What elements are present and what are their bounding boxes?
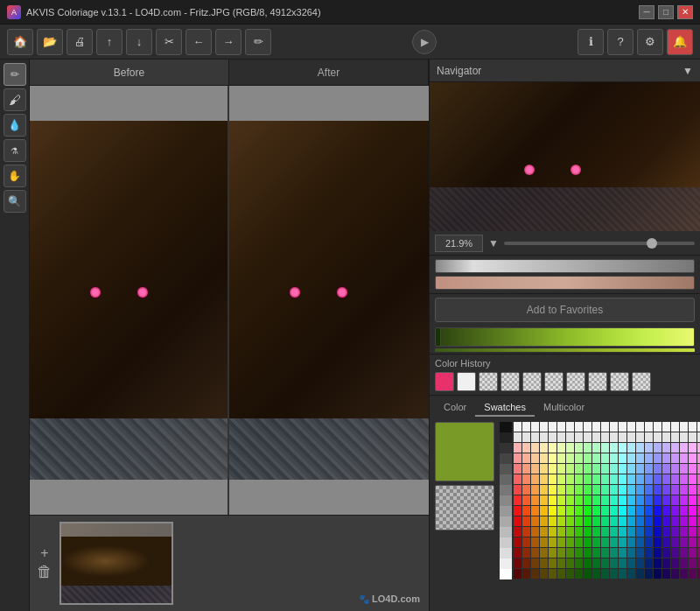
- color-swatch[interactable]: [680, 516, 688, 526]
- color-swatch[interactable]: [610, 569, 618, 579]
- color-swatch[interactable]: [610, 516, 618, 526]
- color-swatch[interactable]: [680, 548, 688, 558]
- color-swatch[interactable]: [601, 443, 609, 453]
- color-swatch[interactable]: [619, 495, 626, 505]
- color-swatch[interactable]: [540, 537, 548, 547]
- color-swatch[interactable]: [514, 506, 522, 516]
- swatch-large-green[interactable]: [435, 422, 494, 481]
- color-swatch[interactable]: [522, 569, 530, 579]
- color-swatch[interactable]: [680, 464, 688, 474]
- color-swatch[interactable]: [540, 548, 548, 558]
- color-swatch[interactable]: [627, 569, 635, 579]
- color-swatch[interactable]: [654, 527, 662, 537]
- color-swatch[interactable]: [601, 464, 609, 474]
- color-swatch[interactable]: [627, 422, 635, 432]
- color-swatch[interactable]: [627, 485, 635, 495]
- color-swatch[interactable]: [549, 506, 556, 516]
- color-swatch[interactable]: [549, 548, 556, 558]
- color-swatch[interactable]: [654, 453, 662, 463]
- color-swatch[interactable]: [575, 495, 583, 505]
- color-swatch[interactable]: [592, 464, 600, 474]
- color-swatch[interactable]: [584, 464, 592, 474]
- color-swatch[interactable]: [689, 558, 696, 568]
- color-swatch[interactable]: [645, 422, 653, 432]
- gray-swatch[interactable]: [500, 474, 512, 485]
- color-swatch[interactable]: [610, 527, 618, 537]
- color-swatch[interactable]: [619, 453, 626, 463]
- color-swatch[interactable]: [566, 548, 574, 558]
- color-swatch[interactable]: [636, 527, 644, 537]
- gray-swatch[interactable]: [500, 516, 512, 527]
- color-swatch[interactable]: [601, 537, 609, 547]
- color-swatch[interactable]: [531, 506, 539, 516]
- color-swatch[interactable]: [584, 569, 592, 579]
- green-gradient-bar[interactable]: [435, 327, 695, 347]
- color-swatch[interactable]: [514, 453, 522, 463]
- color-swatch[interactable]: [601, 485, 609, 495]
- color-swatch[interactable]: [549, 474, 556, 484]
- color-swatch[interactable]: [636, 516, 644, 526]
- color-swatch[interactable]: [671, 474, 679, 484]
- color-swatch[interactable]: [557, 432, 565, 442]
- help-button[interactable]: ?: [607, 29, 634, 55]
- color-swatch[interactable]: [557, 422, 565, 432]
- color-swatch[interactable]: [610, 485, 618, 495]
- color-swatch[interactable]: [636, 495, 644, 505]
- print-button[interactable]: 🖨: [66, 29, 93, 55]
- color-swatch[interactable]: [566, 495, 574, 505]
- color-swatch[interactable]: [636, 453, 644, 463]
- thumbnail-item[interactable]: [60, 522, 173, 605]
- color-swatch[interactable]: [680, 569, 688, 579]
- color-swatch[interactable]: [540, 432, 548, 442]
- color-swatch[interactable]: [601, 548, 609, 558]
- color-swatch[interactable]: [592, 516, 600, 526]
- color-swatch[interactable]: [566, 506, 574, 516]
- color-swatch[interactable]: [522, 537, 530, 547]
- add-to-favorites-button[interactable]: Add to Favorites: [435, 298, 695, 322]
- color-swatch[interactable]: [645, 527, 653, 537]
- color-swatch[interactable]: [671, 485, 679, 495]
- color-swatch[interactable]: [610, 443, 618, 453]
- color-swatch[interactable]: [575, 422, 583, 432]
- color-swatch[interactable]: [584, 558, 592, 568]
- color-swatch[interactable]: [680, 558, 688, 568]
- color-swatch[interactable]: [680, 485, 688, 495]
- color-swatch[interactable]: [610, 464, 618, 474]
- color-swatch[interactable]: [671, 453, 679, 463]
- color-swatch[interactable]: [584, 474, 592, 484]
- color-swatch[interactable]: [592, 453, 600, 463]
- home-button[interactable]: 🏠: [7, 29, 33, 55]
- color-swatch[interactable]: [592, 443, 600, 453]
- color-swatch[interactable]: [549, 422, 556, 432]
- color-swatch[interactable]: [540, 422, 548, 432]
- color-swatch[interactable]: [671, 464, 679, 474]
- color-swatch[interactable]: [522, 485, 530, 495]
- gray-swatch[interactable]: [500, 537, 512, 548]
- history-swatch-8[interactable]: [632, 372, 651, 391]
- color-swatch[interactable]: [531, 495, 539, 505]
- color-swatch[interactable]: [549, 443, 556, 453]
- color-swatch[interactable]: [514, 569, 522, 579]
- color-swatch[interactable]: [662, 422, 670, 432]
- color-swatch[interactable]: [689, 506, 696, 516]
- color-swatch[interactable]: [592, 422, 600, 432]
- color-swatch[interactable]: [645, 537, 653, 547]
- history-swatch-6[interactable]: [588, 372, 607, 391]
- color-swatch[interactable]: [645, 516, 653, 526]
- color-swatch[interactable]: [549, 485, 556, 495]
- history-swatch-1[interactable]: [479, 372, 498, 391]
- color-swatch[interactable]: [575, 453, 583, 463]
- color-swatch[interactable]: [584, 443, 592, 453]
- color-swatch[interactable]: [636, 548, 644, 558]
- color-swatch[interactable]: [654, 506, 662, 516]
- color-swatch[interactable]: [531, 474, 539, 484]
- color-swatch[interactable]: [592, 569, 600, 579]
- color-swatch[interactable]: [592, 558, 600, 568]
- edit-button[interactable]: ✏: [245, 29, 271, 55]
- color-swatch[interactable]: [531, 485, 539, 495]
- before-tab[interactable]: Before: [30, 60, 229, 85]
- navigator-dropdown-icon[interactable]: ▼: [682, 65, 693, 77]
- color-swatch[interactable]: [627, 432, 635, 442]
- color-swatch[interactable]: [680, 432, 688, 442]
- zoom-thumb[interactable]: [647, 238, 657, 249]
